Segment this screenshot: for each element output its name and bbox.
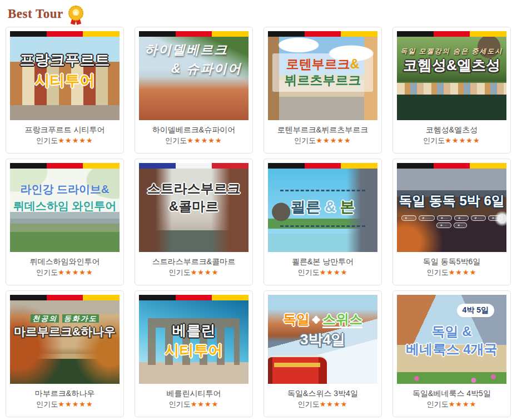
thumbnail-title: 베를린 — [139, 323, 248, 339]
tour-title: 뤼데스하임와인투어 — [10, 257, 120, 266]
tour-thumbnail[interactable]: 하이델베르크 & 슈파이어 — [139, 37, 248, 120]
tour-title: 코헴성&엘츠성 — [397, 125, 506, 134]
flag-black-segment — [10, 295, 47, 300]
tour-card-frankfurt-city-tour[interactable]: 프랑크푸르트 시티투어 프랑크푸르트 시티투어 인기도★★★★★ — [6, 27, 124, 154]
tour-title: 마부르크&하나우 — [10, 389, 120, 398]
flag-black-segment — [268, 31, 305, 37]
tour-card-germany-swiss-3n4d[interactable]: 독일 + 스위스 3박4일 독일&스위스 3박4일 인기도★★★★ — [264, 290, 382, 417]
tour-card-germany-benelux-4n5d[interactable]: 4박 5일 독일 & 베네룩스 4개국 독일&베네룩스 4박5일 인기도★★★★ — [392, 290, 511, 417]
thumbnail-title: 로텐부르크 — [286, 57, 350, 71]
popularity-rating: 인기도★★★★★ — [397, 136, 506, 145]
popularity-rating: 인기도★★★★ — [139, 400, 248, 408]
thumbnail-title: 독일 동독 5박 6일 — [397, 193, 506, 209]
rating-label: 인기도 — [169, 268, 191, 276]
flag-gold-segment — [470, 31, 506, 37]
tour-card-cologne-bonn[interactable]: 쾰른 & 본 쾰른&본 낭만투어 인기도★★★★ — [264, 159, 382, 285]
tour-title: 쾰른&본 낭만투어 — [268, 257, 377, 266]
flag-gold-segment — [470, 163, 506, 169]
flag-black-segment — [10, 163, 47, 169]
tour-thumbnail[interactable]: 프랑크푸르트 시티투어 — [10, 37, 120, 120]
tour-card-marburg-hanau[interactable]: 천공의 동화가도 마르부르크&하나우 마부르크&하나우 인기도★★★★★ — [6, 290, 124, 417]
thumbnail-title: 프랑크푸르트 — [10, 52, 120, 69]
tour-thumbnail[interactable]: 4박 5일 독일 & 베네룩스 4개국 — [397, 295, 506, 384]
thumbnail-subtitle: 뷔르츠부르크 — [285, 73, 361, 87]
tour-title: 스트라스부르크&콜마르 — [139, 257, 248, 266]
flag-red-segment — [47, 163, 83, 169]
tour-card-cochem-eltz[interactable]: 독일 모젤강의 숨은 중세도시 코헴성&엘츠성 코헴성&엘츠성 인기도★★★★★ — [392, 27, 511, 154]
rating-stars: ★★★★★ — [58, 268, 93, 276]
tour-thumbnail[interactable]: 독일 모젤강의 숨은 중세도시 코헴성&엘츠성 — [397, 37, 506, 120]
thumbnail-subtitle: 뤼데스하임 와인투어 — [10, 200, 120, 213]
german-flag-stripe — [10, 31, 120, 37]
page-title: Best Tour — [8, 7, 63, 21]
rating-stars: ★★★★★ — [445, 136, 480, 145]
rating-label: 인기도 — [36, 136, 58, 145]
tour-card-strasbourg-colmar[interactable]: 스트라스부르크 &콜마르 스트라스부르크&콜마르 인기도★★★★ — [135, 159, 253, 285]
tour-title: 독일 동독5박6일 — [397, 257, 506, 266]
popularity-rating: 인기도★★★★★ — [10, 136, 120, 145]
hashtag-pill: #······ — [419, 215, 435, 221]
flag-red-segment — [434, 163, 470, 169]
tour-thumbnail[interactable]: 독일 + 스위스 3박4일 — [268, 295, 377, 384]
hashtag-pill: #···· — [488, 215, 502, 221]
tour-thumbnail[interactable]: 스트라스부르크 &콜마르 — [139, 169, 248, 252]
thumbnail-title: 마르부르크&하나우 — [10, 325, 120, 338]
tour-thumbnail[interactable]: 로텐부르크& 뷔르츠부르크 — [268, 37, 377, 120]
rating-label: 인기도 — [36, 268, 58, 276]
hashtag-pill: #····· — [437, 215, 452, 221]
flag-white-segment — [176, 163, 212, 169]
tour-card-east-germany-5n6d[interactable]: 독일 동독 5박 6일 #····· #······ #····· #···· … — [392, 159, 511, 285]
german-flag-stripe — [139, 295, 248, 300]
thumbnail-title: 라인강 드라이브& — [10, 183, 120, 196]
tour-thumbnail[interactable]: 천공의 동화가도 마르부르크&하나우 — [10, 300, 120, 384]
city-one-text: 쾰른 — [291, 199, 321, 215]
flag-red-segment — [176, 295, 212, 300]
thumbnail-text-band: 로텐부르크& 뷔르츠부르크 — [272, 53, 373, 92]
rating-stars: ★★★★ — [191, 400, 219, 408]
tour-card-rothenburg-wurzburg[interactable]: 로텐부르크& 뷔르츠부르크 로텐부르크&뷔르츠부르크 인기도★★★★★ — [264, 27, 382, 154]
popularity-rating: 인기도★★★★★ — [10, 400, 120, 408]
french-flag-stripe — [139, 163, 248, 169]
tour-thumbnail[interactable]: 베를린 시티투어 — [139, 300, 248, 384]
popularity-rating: 인기도★★★★ — [268, 400, 377, 408]
tour-title: 프랑크푸르트 시티투어 — [10, 125, 120, 134]
flag-red-segment — [47, 31, 83, 37]
thumbnail-title: 쾰른 & 본 — [268, 199, 377, 216]
tour-card-ruedesheim-wine[interactable]: 라인강 드라이브& 뤼데스하임 와인투어 뤼데스하임와인투어 인기도★★★★★ — [6, 159, 124, 285]
ampersand-text: & — [321, 199, 340, 215]
thumbnail-title: 하이델베르크 — [145, 42, 248, 57]
flag-red-segment — [47, 295, 83, 300]
german-flag-stripe — [397, 163, 506, 169]
thumbnail-title: 코헴성&엘츠성 — [397, 57, 506, 74]
tour-thumbnail[interactable]: 쾰른 & 본 — [268, 169, 377, 252]
thumbnail-subtitle: 베네룩스 4개국 — [397, 342, 506, 357]
ampersand-text: & — [350, 57, 360, 71]
flag-gold-segment — [212, 31, 248, 37]
rating-stars: ★★★★ — [449, 400, 477, 408]
riverside-houses-art — [397, 83, 506, 95]
rating-label: 인기도 — [298, 268, 320, 276]
thumbnail-subtitle: 시티투어 — [139, 343, 248, 359]
section-header: Best Tour ★ — [0, 0, 512, 26]
thumbnail-subtitle: 3박4일 — [268, 332, 377, 348]
popularity-rating: 인기도★★★★ — [397, 268, 506, 276]
popularity-rating: 인기도★★★★ — [268, 268, 377, 276]
rating-stars: ★★★★ — [449, 268, 477, 276]
rating-label: 인기도 — [427, 268, 449, 276]
tour-thumbnail[interactable]: 독일 동독 5박 6일 #····· #······ #····· #···· … — [397, 169, 506, 252]
flag-black-segment — [268, 163, 305, 169]
rating-stars: ★★★★★ — [187, 136, 222, 145]
flag-gold-segment — [83, 31, 120, 37]
rating-stars: ★★★★★ — [316, 136, 351, 145]
hashtag-pill: #···· — [454, 215, 468, 221]
tour-card-berlin-city-tour[interactable]: 베를린 시티투어 베를린시티투어 인기도★★★★ — [135, 290, 253, 417]
dashed-rope-line — [280, 190, 365, 191]
red-mountain-train-art — [268, 355, 327, 384]
flag-gold-segment — [341, 31, 377, 37]
thumbnail-tagline: 천공의 동화가도 — [10, 315, 120, 323]
rating-stars: ★★★★★ — [58, 400, 93, 408]
rating-label: 인기도 — [298, 400, 320, 408]
tour-card-heidelberg-speyer[interactable]: 하이델베르크 & 슈파이어 하이델베르크&슈파이어 인기도★★★★★ — [135, 27, 253, 154]
tour-thumbnail[interactable]: 라인강 드라이브& 뤼데스하임 와인투어 — [10, 169, 120, 252]
popularity-rating: 인기도★★★★★ — [268, 136, 377, 145]
